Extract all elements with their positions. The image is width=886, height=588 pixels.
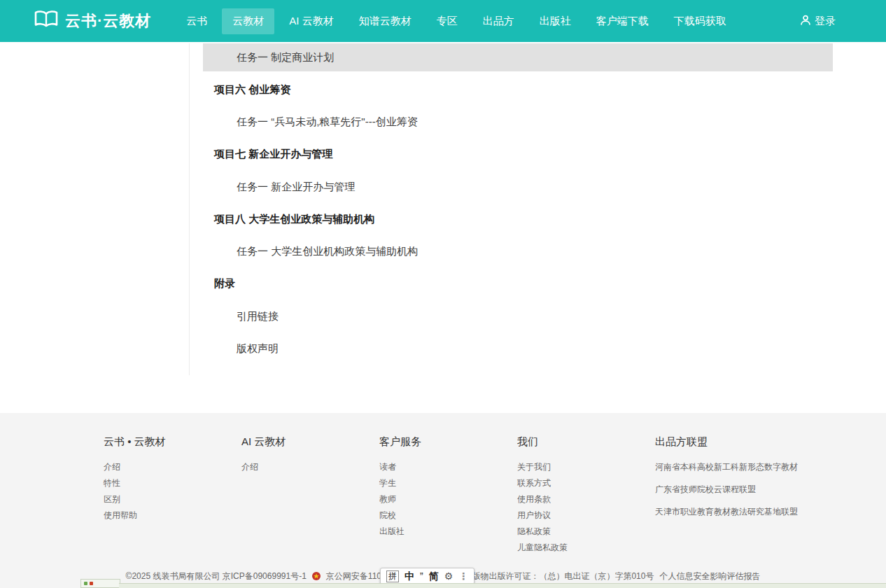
toc-item-label: 任务一 新企业开办与管理 <box>237 181 355 194</box>
footer-link[interactable]: 特性 <box>104 479 241 488</box>
ime-language-toggle[interactable]: 中 <box>405 568 414 584</box>
footer-link[interactable]: 用户协议 <box>517 511 655 520</box>
report-link[interactable]: 个人信息安全影响评估报告 <box>659 571 760 581</box>
login-label: 登录 <box>815 15 836 28</box>
footer-column-title: AI 云教材 <box>241 435 379 449</box>
table-of-contents: 任务一 制定商业计划 项目六 创业筹资 任务一 “兵马未动,粮草先行"---创业… <box>189 43 833 375</box>
toc-item[interactable]: 项目七 新企业开办与管理 <box>190 139 833 171</box>
nav-item[interactable]: 云教材 <box>222 8 274 34</box>
nav-item-label: 出品方 <box>483 15 514 27</box>
toc-item-label: 项目七 新企业开办与管理 <box>214 148 332 161</box>
nav-item[interactable]: AI 云教材 <box>279 8 344 34</box>
toc-item[interactable]: 任务一 新企业开办与管理 <box>190 171 833 203</box>
logo[interactable]: 云书·云教材 <box>34 10 151 32</box>
ime-pinyin-indicator[interactable]: 拼 <box>386 570 399 582</box>
footer-link[interactable]: 学生 <box>379 479 517 488</box>
toc-item-label: 引用链接 <box>237 310 279 323</box>
desktop-thumbnail <box>80 579 120 588</box>
toc-item-label: 项目八 大学生创业政策与辅助机构 <box>214 213 374 226</box>
footer-link[interactable]: 关于我们 <box>517 463 655 472</box>
ime-punctuation-toggle[interactable]: ” <box>420 568 423 584</box>
license-text: 电子出版物出版许可证：（总）电出证（京）字第010号 <box>446 571 654 581</box>
toc-item[interactable]: 附录 <box>190 268 833 300</box>
nav-item-label: 客户端下载 <box>596 15 649 27</box>
nav-item-label: 下载码获取 <box>674 15 726 27</box>
footer-column-yunshu: 云书 • 云教材 介绍特性区别使用帮助 <box>104 435 241 559</box>
footer-link[interactable]: 介绍 <box>241 463 379 472</box>
nav-item-label: 云教材 <box>232 15 264 27</box>
footer-link[interactable]: 读者 <box>379 463 517 472</box>
icp-text: ©2025 线装书局有限公司 京ICP备09069991号-1 <box>126 571 307 581</box>
footer-link[interactable]: 区别 <box>104 495 241 504</box>
ime-charset-toggle[interactable]: 简 <box>429 568 439 584</box>
top-navbar: 云书·云教材 云书 云教材 AI 云教材 知谱云教材 <box>0 0 886 42</box>
toc-item[interactable]: 项目八 大学生创业政策与辅助机构 <box>190 203 833 235</box>
toc-item-label: 任务一 制定商业计划 <box>237 51 334 64</box>
open-book-logo-icon <box>34 10 59 32</box>
footer-column-title: 客户服务 <box>379 435 517 449</box>
nav-item-label: 出版社 <box>540 15 571 27</box>
main-content: 任务一 制定商业计划 项目六 创业筹资 任务一 “兵马未动,粮草先行"---创业… <box>0 43 886 413</box>
toc-item[interactable]: 任务一 制定商业计划 <box>203 43 833 71</box>
footer-column-title: 云书 • 云教材 <box>104 435 241 449</box>
logo-text: 云书·云教材 <box>65 10 151 31</box>
footer-link[interactable]: 介绍 <box>104 463 241 472</box>
footer-link[interactable]: 出版社 <box>379 527 517 536</box>
footer-link[interactable]: 河南省本科高校新工科新形态数字教材 <box>655 463 886 472</box>
footer-column-ai: AI 云教材 介绍 <box>241 435 379 559</box>
ime-toolbar[interactable]: 拼 中 ” 简 ⚙ ⋮ <box>380 568 474 584</box>
nav-item[interactable]: 客户端下载 <box>586 8 659 34</box>
footer-link[interactable]: 天津市职业教育教材教法研究基地联盟 <box>655 507 886 517</box>
footer-link[interactable]: 儿童隐私政策 <box>517 543 655 552</box>
toc-item[interactable]: 版权声明 <box>190 332 833 365</box>
nav-item[interactable]: 出版社 <box>529 8 582 34</box>
footer-columns: 云书 • 云教材 介绍特性区别使用帮助 AI 云教材 介绍 客户服务 读者学生教… <box>0 435 886 559</box>
footer-column-service: 客户服务 读者学生教师院校出版社 <box>379 435 517 559</box>
toc-item[interactable]: 任务一 “兵马未动,粮草先行"---创业筹资 <box>190 106 833 138</box>
toc-item-label: 任务一 “兵马未动,粮草先行"---创业筹资 <box>237 115 418 129</box>
nav-item-label: 专区 <box>437 15 458 27</box>
footer-link[interactable]: 使用帮助 <box>104 511 241 520</box>
thumbnail-red-dot <box>90 582 93 585</box>
footer-column-us: 我们 关于我们联系方式使用条款用户协议隐私政策儿童隐私政策 <box>517 435 655 559</box>
ime-more-icon[interactable]: ⋮ <box>458 568 468 584</box>
ime-settings-gear-icon[interactable]: ⚙ <box>444 568 453 584</box>
toc-item-label: 附录 <box>214 277 235 290</box>
nav-item[interactable]: 专区 <box>426 8 468 34</box>
toc-item-label: 版权声明 <box>237 342 279 356</box>
footer-link[interactable]: 广东省技师院校云课程联盟 <box>655 485 886 494</box>
nav-item[interactable]: 知谱云教材 <box>349 8 422 34</box>
nav-item[interactable]: 出品方 <box>472 8 525 34</box>
login-button[interactable]: 登录 <box>800 15 836 28</box>
security-badge-icon <box>312 572 321 582</box>
footer-link[interactable]: 联系方式 <box>517 479 655 488</box>
main-nav: 云书 云教材 AI 云教材 知谱云教材 专区 出品 <box>174 8 738 34</box>
footer-link[interactable]: 院校 <box>379 511 517 520</box>
toc-item[interactable]: 任务一 大学生创业机构政策与辅助机构 <box>190 235 833 267</box>
page: 云书·云教材 云书 云教材 AI 云教材 知谱云教材 <box>0 0 886 588</box>
thumbnail-green-dot <box>84 582 87 585</box>
background-window-edge <box>119 583 886 588</box>
footer-column-title: 出品方联盟 <box>655 435 886 449</box>
footer-link[interactable]: 使用条款 <box>517 495 655 504</box>
footer-column-alliance: 出品方联盟 河南省本科高校新工科新形态数字教材广东省技师院校云课程联盟天津市职业… <box>655 435 886 559</box>
nav-item-label: AI 云教材 <box>289 15 333 27</box>
nav-item-label: 知谱云教材 <box>359 15 412 27</box>
nav-item-label: 云书 <box>186 15 207 27</box>
nav-item[interactable]: 云书 <box>176 8 218 34</box>
toc-item-label: 项目六 创业筹资 <box>214 83 290 97</box>
footer-link[interactable]: 隐私政策 <box>517 527 655 536</box>
toc-item-label: 任务一 大学生创业机构政策与辅助机构 <box>237 245 418 258</box>
footer-column-title: 我们 <box>517 435 655 449</box>
footer-link[interactable]: 教师 <box>379 495 517 504</box>
toc-item[interactable]: 项目六 创业筹资 <box>190 74 833 106</box>
user-icon <box>800 15 811 28</box>
nav-item[interactable]: 下载码获取 <box>663 8 737 34</box>
toc-item[interactable]: 引用链接 <box>190 300 833 332</box>
footer: 云书 • 云教材 介绍特性区别使用帮助 AI 云教材 介绍 客户服务 读者学生教… <box>0 413 886 588</box>
